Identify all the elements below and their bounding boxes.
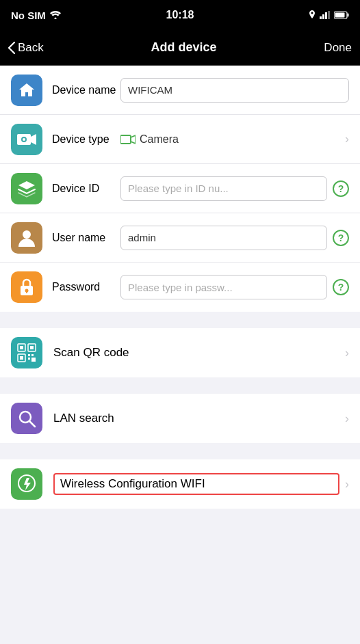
device-id-icon bbox=[11, 173, 42, 204]
device-type-value: Camera bbox=[120, 133, 339, 146]
svg-rect-6 bbox=[348, 14, 349, 17]
svg-rect-4 bbox=[328, 11, 330, 19]
user-name-icon bbox=[11, 222, 42, 254]
carrier-label: No SIM bbox=[11, 10, 46, 21]
lan-search-row[interactable]: LAN search › bbox=[0, 394, 360, 443]
location-icon bbox=[308, 10, 316, 20]
device-name-input[interactable] bbox=[120, 78, 349, 103]
house-icon bbox=[18, 81, 36, 99]
device-name-icon bbox=[11, 75, 42, 106]
svg-rect-17 bbox=[20, 346, 23, 349]
status-time: 10:18 bbox=[166, 9, 194, 21]
svg-rect-25 bbox=[31, 358, 36, 362]
password-icon bbox=[11, 271, 42, 303]
device-type-chevron-icon: › bbox=[345, 132, 349, 146]
password-value bbox=[120, 275, 327, 299]
wifi-bolt-icon bbox=[17, 474, 36, 494]
nav-bar: Back Add device Done bbox=[0, 30, 360, 66]
svg-rect-7 bbox=[335, 13, 345, 18]
wireless-config-label: Wireless Configuration WIFI bbox=[53, 473, 339, 495]
scan-qr-label: Scan QR code bbox=[53, 346, 339, 360]
page-title: Add device bbox=[151, 40, 217, 55]
done-button[interactable]: Done bbox=[324, 41, 352, 55]
type-camera-inline-icon bbox=[120, 134, 136, 145]
device-id-row: Device ID ? bbox=[0, 164, 360, 213]
wireless-config-chevron-icon: › bbox=[345, 477, 349, 492]
person-icon bbox=[18, 229, 35, 247]
gap-1 bbox=[0, 317, 360, 328]
scan-qr-section: Scan QR code › bbox=[0, 328, 360, 377]
form-section: Device name Device type Camera bbox=[0, 66, 360, 312]
svg-point-12 bbox=[23, 230, 31, 239]
svg-rect-1 bbox=[320, 16, 322, 19]
device-id-help-button[interactable]: ? bbox=[333, 180, 349, 197]
password-label: Password bbox=[52, 281, 120, 293]
user-name-row: User name ? bbox=[0, 213, 360, 263]
svg-rect-11 bbox=[120, 135, 131, 144]
scan-qr-chevron-icon: › bbox=[345, 346, 349, 360]
lan-search-label: LAN search bbox=[53, 412, 339, 425]
device-type-text: Camera bbox=[140, 133, 179, 146]
device-id-value bbox=[120, 176, 327, 201]
svg-rect-22 bbox=[28, 354, 30, 356]
device-type-row[interactable]: Device type Camera › bbox=[0, 115, 360, 164]
svg-rect-2 bbox=[322, 14, 324, 19]
user-name-help-button[interactable]: ? bbox=[333, 230, 349, 246]
svg-rect-23 bbox=[31, 354, 34, 356]
qr-code-icon bbox=[16, 343, 37, 363]
lan-search-chevron-icon: › bbox=[345, 412, 349, 426]
password-input[interactable] bbox=[120, 275, 327, 299]
wireless-config-icon bbox=[11, 468, 42, 500]
svg-point-10 bbox=[23, 138, 25, 141]
device-type-label: Device type bbox=[52, 133, 120, 146]
status-left: No SIM bbox=[11, 10, 61, 21]
svg-rect-19 bbox=[30, 346, 34, 349]
signal-icon bbox=[320, 11, 331, 19]
lan-search-section: LAN search › bbox=[0, 394, 360, 443]
wireless-config-section: Wireless Configuration WIFI › bbox=[0, 459, 360, 509]
battery-icon bbox=[334, 11, 349, 19]
lan-search-icon bbox=[11, 403, 42, 434]
layers-icon bbox=[18, 180, 36, 198]
gap-2 bbox=[0, 383, 360, 394]
svg-rect-15 bbox=[26, 291, 27, 293]
device-id-label: Device ID bbox=[52, 183, 120, 195]
search-icon bbox=[17, 409, 36, 428]
user-name-value bbox=[120, 226, 327, 250]
wireless-config-row[interactable]: Wireless Configuration WIFI › bbox=[0, 459, 360, 509]
lock-icon bbox=[19, 278, 34, 297]
back-label: Back bbox=[18, 41, 44, 55]
svg-point-0 bbox=[54, 18, 56, 20]
device-type-icon bbox=[11, 124, 42, 155]
svg-rect-3 bbox=[325, 12, 327, 19]
user-name-input[interactable] bbox=[120, 226, 327, 250]
status-bar: No SIM 10:18 bbox=[0, 0, 360, 30]
scan-qr-icon bbox=[11, 337, 42, 368]
device-name-value bbox=[120, 78, 349, 103]
password-row: Password ? bbox=[0, 263, 360, 312]
back-chevron-icon bbox=[8, 42, 15, 54]
camera-icon bbox=[17, 132, 36, 147]
scan-qr-row[interactable]: Scan QR code › bbox=[0, 328, 360, 377]
device-name-row: Device name bbox=[0, 66, 360, 115]
status-right bbox=[308, 10, 349, 20]
back-button[interactable]: Back bbox=[8, 41, 44, 55]
device-name-label: Device name bbox=[52, 84, 120, 96]
user-name-label: User name bbox=[52, 232, 120, 244]
wifi-icon bbox=[50, 11, 61, 19]
svg-line-27 bbox=[29, 421, 35, 427]
gap-3 bbox=[0, 448, 360, 459]
svg-rect-21 bbox=[20, 356, 23, 360]
password-help-button[interactable]: ? bbox=[333, 279, 349, 295]
svg-rect-24 bbox=[28, 358, 30, 360]
device-id-input[interactable] bbox=[120, 176, 327, 201]
